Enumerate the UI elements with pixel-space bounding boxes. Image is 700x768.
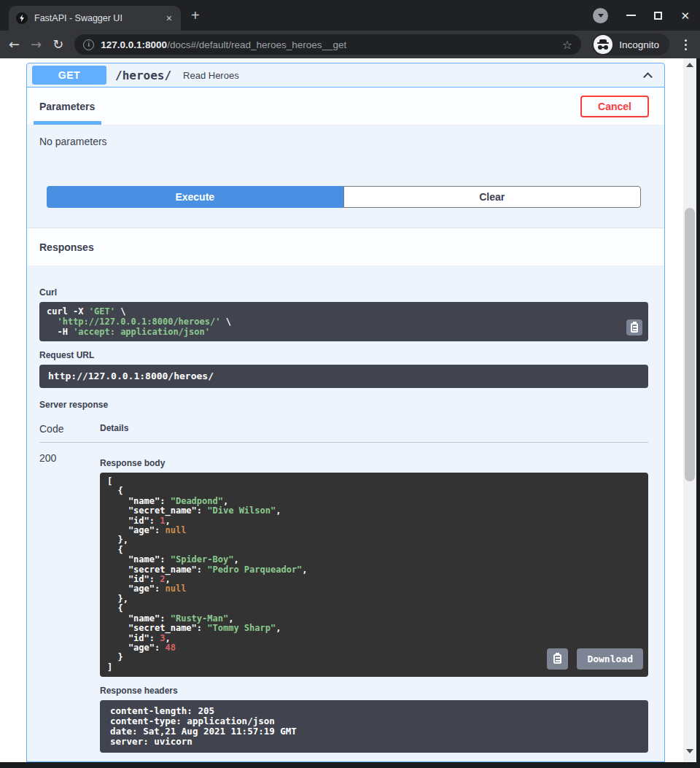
address-bar[interactable]: i 127.0.0.1:8000/docs#/default/read_hero…	[74, 34, 581, 55]
close-window-button[interactable]: ✕	[680, 10, 690, 21]
curl-code-text: curl -X 'GET' \ 'http://127.0.0.1:8000/h…	[47, 306, 231, 337]
no-parameters-text: No parameters	[27, 125, 664, 186]
code-column-header: Code	[39, 423, 100, 435]
cancel-button[interactable]: Cancel	[580, 96, 649, 117]
parameters-header: Parameters Cancel	[27, 88, 664, 125]
request-url-label: Request URL	[39, 350, 648, 360]
reload-button[interactable]: ↻	[52, 38, 63, 51]
server-response-label: Server response	[39, 400, 648, 410]
operation-summary[interactable]: GET /heroes/ Read Heroes	[27, 63, 664, 88]
response-table-header: Code Details	[39, 414, 648, 443]
method-badge: GET	[32, 66, 106, 85]
minimize-button[interactable]	[626, 15, 636, 16]
browser-toolbar: ← → ↻ i 127.0.0.1:8000/docs#/default/rea…	[0, 31, 700, 58]
execute-button[interactable]: Execute	[47, 186, 343, 208]
incognito-icon	[594, 35, 612, 54]
url-path: /docs#/default/read_heroes_heroes__get	[167, 39, 346, 50]
page-scrollbar[interactable]	[683, 58, 696, 762]
window-controls: ✕	[593, 0, 700, 31]
response-row: 200 Response body [ { "name": "Deadpond"…	[39, 443, 648, 753]
tab-strip: FastAPI - Swagger UI × + ✕	[0, 0, 700, 31]
window-bottom-edge	[0, 762, 700, 768]
details-column-header: Details	[100, 423, 648, 435]
tab-parameters[interactable]: Parameters	[39, 101, 95, 112]
clear-button[interactable]: Clear	[343, 186, 642, 208]
fastapi-favicon-icon	[16, 12, 28, 24]
back-button[interactable]: ←	[9, 38, 20, 51]
download-button[interactable]: Download	[577, 648, 643, 670]
operation-block-get-heroes: GET /heroes/ Read Heroes Parameters Canc…	[26, 63, 665, 762]
clipboard-icon	[553, 654, 561, 664]
response-body-code: [ { "name": "Deadpond", "secret_name": "…	[107, 476, 308, 672]
curl-code: curl -X 'GET' \ 'http://127.0.0.1:8000/h…	[39, 302, 648, 341]
chevron-up-icon[interactable]	[643, 72, 653, 82]
swagger-page: GET /heroes/ Read Heroes Parameters Canc…	[0, 58, 683, 762]
response-body-actions: Download	[547, 648, 643, 670]
scrollbar-thumb[interactable]	[685, 208, 695, 481]
url-text: 127.0.0.1:8000/docs#/default/read_heroes…	[101, 39, 556, 50]
scrollbar-down-arrow-icon[interactable]	[686, 749, 693, 753]
response-body-label: Response body	[100, 458, 648, 468]
curl-label: Curl	[39, 287, 648, 298]
chevron-down-icon	[598, 14, 604, 18]
incognito-label: Incognito	[619, 39, 659, 50]
tab-title: FastAPI - Swagger UI	[34, 13, 165, 23]
url-host: 127.0.0.1:8000	[101, 39, 167, 50]
active-tab-underline	[34, 121, 101, 125]
new-tab-button[interactable]: +	[191, 8, 200, 23]
responses-header: Responses	[27, 228, 664, 266]
copy-curl-button[interactable]	[626, 319, 642, 335]
endpoint-path: /heroes/	[115, 69, 171, 82]
response-headers-label: Response headers	[100, 686, 648, 696]
site-info-icon[interactable]: i	[83, 39, 94, 50]
status-code: 200	[39, 452, 100, 753]
copy-response-button[interactable]	[547, 648, 568, 670]
execute-row: Execute Clear	[47, 186, 641, 208]
browser-tab[interactable]: FastAPI - Swagger UI ×	[9, 6, 181, 31]
responses-body: Curl curl -X 'GET' \ 'http://127.0.0.1:8…	[27, 266, 664, 753]
request-url-code: http://127.0.0.1:8000/heroes/	[39, 365, 648, 388]
window-right-edge	[696, 58, 700, 768]
tab-search-button[interactable]	[593, 8, 608, 23]
responses-title: Responses	[39, 241, 94, 253]
response-details: Response body [ { "name": "Deadpond", "s…	[100, 452, 648, 753]
bookmark-star-icon[interactable]: ☆	[562, 38, 572, 52]
incognito-badge: Incognito	[592, 34, 669, 55]
clipboard-icon	[631, 323, 638, 333]
response-headers-code: content-length: 205 content-type: applic…	[100, 700, 648, 753]
browser-menu-button[interactable]	[685, 44, 687, 46]
endpoint-summary: Read Heroes	[183, 70, 645, 81]
tab-close-icon[interactable]: ×	[165, 13, 174, 23]
forward-button[interactable]: →	[31, 38, 42, 51]
maximize-button[interactable]	[654, 12, 662, 20]
response-body-block: [ { "name": "Deadpond", "secret_name": "…	[100, 473, 648, 677]
scrollbar-up-arrow-icon[interactable]	[686, 63, 693, 67]
